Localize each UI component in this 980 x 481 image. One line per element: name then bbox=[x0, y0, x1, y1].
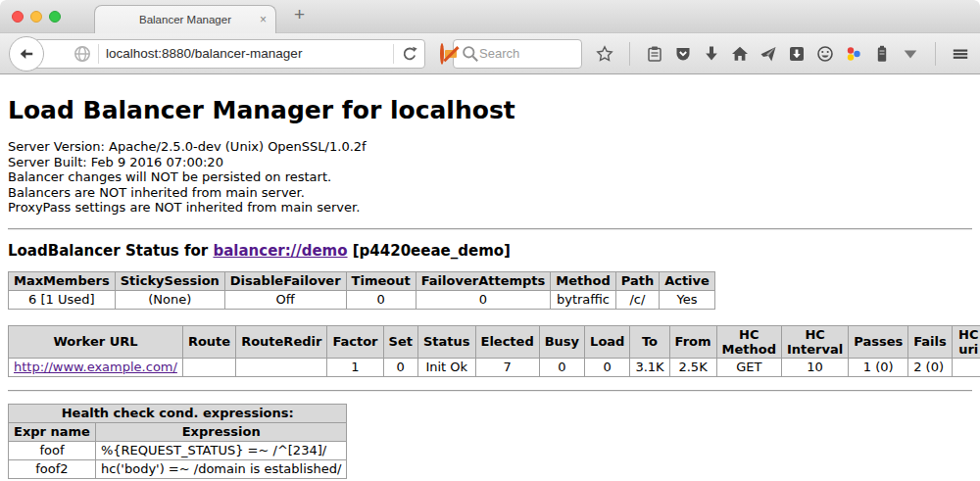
menu-icon[interactable] bbox=[952, 45, 969, 63]
cell-set: 0 bbox=[383, 358, 417, 376]
inherit-notice-line: Balancers are NOT inherited from main se… bbox=[8, 185, 972, 201]
url-input[interactable] bbox=[106, 46, 386, 61]
bookmarks-clipboard-icon[interactable] bbox=[646, 45, 663, 63]
colors-icon[interactable] bbox=[845, 45, 862, 63]
server-built-line: Server Built: Feb 9 2016 07:00:20 bbox=[8, 155, 972, 170]
cell-failoverattempts: 0 bbox=[416, 290, 551, 309]
col-stickysession: StickySession bbox=[115, 271, 224, 290]
table-header-row: Worker URL Route RouteRedir Factor Set S… bbox=[9, 325, 980, 358]
col-from: From bbox=[669, 325, 716, 358]
url-bar[interactable] bbox=[27, 39, 425, 69]
back-arrow-icon bbox=[19, 46, 34, 62]
cell-active: Yes bbox=[660, 290, 715, 309]
cell-hc-uri bbox=[952, 358, 980, 376]
cell-factor: 1 bbox=[327, 358, 383, 376]
balancer-settings-table: MaxMembers StickySession DisableFailover… bbox=[8, 271, 715, 310]
worker-status-table: Worker URL Route RouteRedir Factor Set S… bbox=[8, 325, 980, 377]
col-hc-uri: HC uri bbox=[952, 325, 980, 358]
table-row: foof2 hc('body') =~ /domain is establish… bbox=[9, 459, 347, 478]
col-active: Active bbox=[660, 271, 715, 290]
col-fails: Fails bbox=[908, 325, 953, 358]
cell-method: bytraffic bbox=[551, 290, 615, 309]
battery-icon[interactable] bbox=[873, 45, 891, 63]
col-route: Route bbox=[182, 325, 235, 358]
pocket-icon[interactable] bbox=[674, 45, 692, 63]
new-tab-button[interactable]: + bbox=[294, 4, 305, 25]
title-bar: Balancer Manager × + bbox=[0, 0, 980, 32]
col-maxmembers: MaxMembers bbox=[9, 271, 116, 290]
worker-url-link[interactable]: http://www.example.com/ bbox=[14, 360, 177, 374]
col-disablefailover: DisableFailover bbox=[224, 271, 346, 290]
table-row: 6 [1 Used] (None) Off 0 0 bytraffic /c/ … bbox=[9, 290, 715, 309]
col-timeout: Timeout bbox=[346, 271, 416, 290]
cell-fails: 2 (0) bbox=[908, 358, 953, 376]
cell-timeout: 0 bbox=[346, 290, 416, 309]
tab-close-icon[interactable]: × bbox=[260, 13, 267, 26]
cell-expr-name: foof bbox=[9, 441, 96, 459]
section-divider bbox=[8, 390, 972, 392]
browser-tab[interactable]: Balancer Manager × bbox=[94, 5, 276, 33]
cell-disablefailover: Off bbox=[224, 290, 346, 309]
bookmark-star-icon[interactable] bbox=[596, 45, 613, 63]
downloads-icon[interactable] bbox=[703, 45, 720, 63]
col-set: Set bbox=[383, 325, 417, 358]
persist-notice-line: Balancer changes will NOT be persisted o… bbox=[8, 169, 972, 185]
col-hc-interval: HC Interval bbox=[781, 325, 848, 358]
page-title: Load Balancer Manager for localhost bbox=[8, 74, 972, 124]
cell-expression: %{REQUEST_STATUS} =~ /^[234]/ bbox=[95, 441, 347, 459]
search-icon bbox=[462, 45, 479, 63]
cell-elected: 7 bbox=[475, 358, 539, 376]
col-expression: Expression bbox=[95, 422, 347, 441]
back-button[interactable] bbox=[9, 36, 44, 72]
toolbar-icon-row bbox=[596, 42, 980, 66]
proxypass-notice-line: ProxyPass settings are NOT inherited fro… bbox=[8, 200, 972, 216]
table-header-row: Expr name Expression bbox=[9, 422, 347, 441]
minimize-window-button[interactable] bbox=[30, 11, 42, 23]
cell-path: /c/ bbox=[615, 290, 659, 309]
cell-from: 2.5K bbox=[669, 358, 716, 376]
dropdown-caret-icon[interactable] bbox=[902, 45, 919, 63]
balancer-demo-link[interactable]: balancer://demo bbox=[213, 242, 347, 260]
download-box-icon[interactable] bbox=[788, 45, 806, 63]
table-title-row: Health check cond. expressions: bbox=[9, 404, 347, 422]
status-heading-suffix: [p4420eeae_demo] bbox=[348, 242, 511, 260]
reload-icon[interactable] bbox=[401, 45, 418, 63]
cell-expression: hc('body') =~ /domain is established/ bbox=[95, 459, 347, 478]
status-heading-prefix: LoadBalancer Status for bbox=[8, 242, 213, 260]
cell-hc-method: GET bbox=[716, 358, 781, 376]
navigation-toolbar bbox=[0, 32, 980, 74]
page-content: Load Balancer Manager for localhost Serv… bbox=[0, 74, 980, 481]
search-bar[interactable] bbox=[453, 39, 582, 69]
col-path: Path bbox=[615, 271, 659, 290]
col-elected: Elected bbox=[475, 325, 539, 358]
search-input[interactable] bbox=[479, 46, 573, 61]
tab-title: Balancer Manager bbox=[139, 14, 231, 25]
urlbar-divider bbox=[393, 44, 394, 64]
toolbar-divider bbox=[629, 42, 630, 66]
col-status: Status bbox=[417, 325, 475, 358]
col-hc-method: HC Method bbox=[716, 325, 781, 358]
cell-stickysession: (None) bbox=[115, 290, 224, 309]
browser-window: Balancer Manager × + bbox=[0, 0, 980, 481]
table-row: foof %{REQUEST_STATUS} =~ /^[234]/ bbox=[9, 441, 347, 459]
zoom-window-button[interactable] bbox=[49, 11, 61, 23]
send-icon[interactable] bbox=[760, 45, 777, 63]
cell-expr-name: foof2 bbox=[9, 459, 96, 478]
urlbar-divider bbox=[98, 44, 99, 64]
cell-route bbox=[182, 358, 235, 376]
cell-passes: 1 (0) bbox=[849, 358, 908, 376]
loadbalancer-status-heading: LoadBalancer Status for balancer://demo … bbox=[8, 242, 972, 260]
col-failoverattempts: FailoverAttempts bbox=[416, 271, 551, 290]
col-to: To bbox=[630, 325, 669, 358]
col-worker-url: Worker URL bbox=[9, 325, 183, 358]
cell-to: 3.1K bbox=[630, 358, 669, 376]
close-window-button[interactable] bbox=[12, 11, 24, 23]
col-factor: Factor bbox=[327, 325, 383, 358]
col-routeredir: RouteRedir bbox=[236, 325, 327, 358]
site-globe-icon bbox=[74, 45, 91, 63]
cell-load: 0 bbox=[585, 358, 630, 376]
smiley-icon[interactable] bbox=[816, 45, 834, 63]
cell-busy: 0 bbox=[539, 358, 584, 376]
home-icon[interactable] bbox=[731, 45, 749, 63]
cell-status: Init Ok bbox=[417, 358, 475, 376]
